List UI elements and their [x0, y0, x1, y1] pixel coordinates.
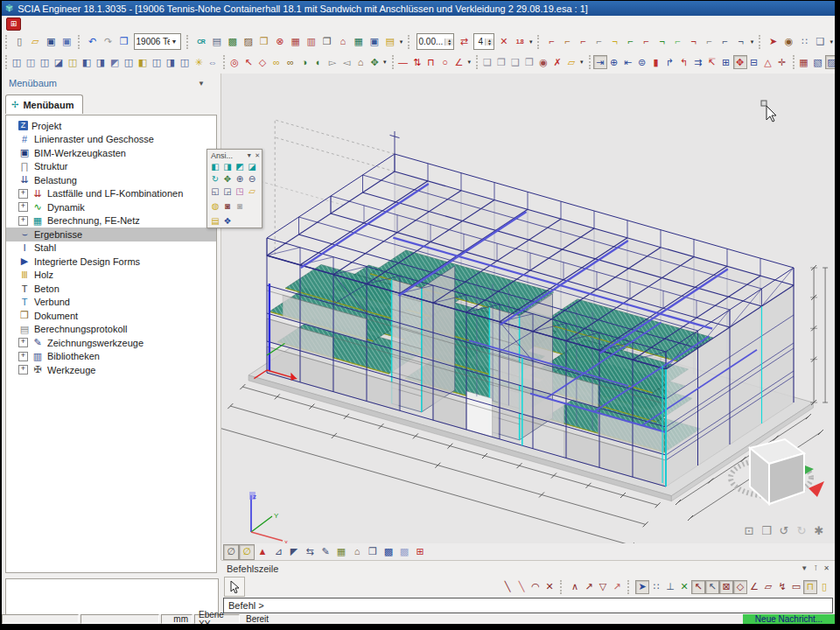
overflow-caret-icon[interactable]: ▾	[580, 59, 584, 66]
zoom-rotate-icon[interactable]: ✥	[221, 173, 234, 186]
unit-indicator[interactable]: mm	[161, 614, 192, 624]
loop-tool-icon[interactable]: ∞	[270, 55, 284, 69]
overflow-caret-icon[interactable]: ▾	[830, 38, 834, 46]
draw-tool-icon[interactable]: ╲	[500, 580, 514, 594]
overflow-caret-icon[interactable]: ▾	[383, 59, 387, 66]
node-tool-icon[interactable]: ✛	[775, 55, 789, 69]
tree-item[interactable]: + ✎ Zeichnungswerkzeuge	[6, 336, 216, 350]
expander-icon[interactable]: +	[18, 338, 28, 347]
column-tool-icon[interactable]: ◫	[38, 55, 52, 69]
tree-item[interactable]: + ▣ BIM-Werkzeugkasten	[6, 146, 216, 160]
cursor-snap-icon[interactable]: ➤	[635, 580, 649, 594]
swap-icon[interactable]: ⇄	[456, 34, 472, 50]
grid-tool-icon[interactable]: ⇔	[206, 55, 220, 69]
tab-menubaum[interactable]: ✢ Menübaum	[5, 94, 83, 114]
misc-tool-icon[interactable]: ◉	[781, 34, 797, 50]
corner-tool-icon[interactable]: ⌐	[718, 34, 733, 50]
viewport-display-icon[interactable]: ▦	[333, 544, 349, 560]
mesh-tool-icon[interactable]: ▧	[811, 55, 825, 69]
node-tool-icon[interactable]: ↸	[705, 55, 719, 69]
toolbar-grip[interactable]	[476, 55, 478, 69]
point-tool-icon[interactable]: ↗	[610, 580, 624, 594]
zoom-rotate-icon[interactable]: ⊕	[234, 173, 246, 186]
mesh-tool-icon[interactable]: ▦	[797, 55, 811, 69]
overflow-caret-icon[interactable]: ▾	[400, 38, 403, 46]
viewport-display-icon[interactable]: ▩	[381, 544, 396, 560]
undo-redo-icon[interactable]: ↶	[85, 34, 101, 50]
expander-icon[interactable]: +	[18, 216, 28, 226]
viewport-display-icon[interactable]: ▲	[255, 544, 270, 560]
pointer-mode-button[interactable]	[224, 577, 245, 597]
column-tool-icon[interactable]: ◪	[52, 55, 66, 69]
line-tool-icon[interactable]: ⊓	[424, 55, 438, 69]
toolbar-grip[interactable]	[759, 35, 762, 49]
toolbar-grip[interactable]	[392, 55, 394, 69]
snap-mode-icon[interactable]: ⊓	[803, 580, 817, 594]
close-icon[interactable]: ✕	[823, 564, 830, 572]
file-toolbar-icon[interactable]: ▣	[43, 34, 59, 50]
tree-item[interactable]: + ▦ Berechnung, FE-Netz	[6, 214, 216, 228]
view-toolbar-icon[interactable]: ⌂	[335, 34, 351, 50]
node-tool-icon[interactable]: △	[761, 55, 775, 69]
nav-tool-icon[interactable]: ↺	[775, 522, 793, 539]
corner-tool-icon[interactable]: ⌐	[576, 34, 592, 50]
overflow-caret-icon[interactable]: ▾	[529, 38, 533, 46]
expander-icon[interactable]: +	[18, 189, 28, 199]
select-tool-icon[interactable]: ◎	[228, 55, 242, 69]
node-tool-icon[interactable]: ⊕	[607, 55, 621, 69]
file-toolbar-icon[interactable]: ▱	[27, 34, 43, 50]
folder-tool-icon[interactable]: ▱	[564, 55, 578, 69]
toolbar-grip[interactable]	[186, 35, 190, 49]
node-tool-icon[interactable]: ⊞	[719, 55, 733, 69]
view-direction-icon[interactable]: ◧	[209, 161, 221, 173]
expander-icon[interactable]: +	[18, 365, 28, 374]
loop-tool-icon[interactable]: ∞	[284, 55, 298, 69]
toolbar-grip[interactable]	[627, 580, 633, 594]
tree-item[interactable]: + ▥ Bibliotheken	[6, 350, 216, 364]
corner-tool-icon[interactable]: ⌐	[639, 34, 654, 50]
new-message-button[interactable]: Neue Nachricht...	[743, 614, 835, 624]
point-tool-icon[interactable]: ∧	[568, 580, 582, 594]
close-icon[interactable]: ✕	[255, 152, 260, 159]
column-tool-icon[interactable]: ◨	[164, 55, 178, 69]
view-toolbar-icon[interactable]: ▩	[225, 34, 241, 50]
view-toolbar-icon[interactable]: ▣	[367, 34, 382, 50]
ansicht-panel-header[interactable]: Ansi... ▼ ✕	[207, 150, 262, 161]
draw-tool-icon[interactable]: ◠	[528, 580, 542, 594]
viewport-display-icon[interactable]: ⊞	[412, 544, 428, 560]
copy-tool-icon[interactable]: ❑	[508, 55, 522, 69]
snap-mode-icon[interactable]: ⊠	[719, 580, 733, 594]
view-toolbar-icon[interactable]: ▥	[304, 34, 319, 50]
toolbar-grip[interactable]	[5, 55, 7, 69]
scale-tool-icon[interactable]: ✕	[496, 34, 512, 50]
column-tool-icon[interactable]: ◩	[108, 55, 122, 69]
snap-mode-icon[interactable]: ▭	[789, 580, 803, 594]
tree-item[interactable]: + ∿ Dynamik	[6, 200, 216, 214]
corner-tool-icon[interactable]: ¬	[654, 34, 670, 50]
column-tool-icon[interactable]: ◫	[178, 55, 192, 69]
line-tool-icon[interactable]: ∠	[452, 55, 466, 69]
render-option-icon[interactable]: ◍	[209, 200, 221, 213]
file-toolbar-icon[interactable]: ▯	[11, 34, 27, 50]
viewport-3d[interactable]: z Y x ⊡❒↺↻✱ ∅∅▲	[221, 74, 835, 560]
view-direction-icon[interactable]: ◨	[221, 161, 234, 173]
node-tool-icon[interactable]: ⊟	[747, 55, 761, 69]
viewport-display-icon[interactable]: ⌂	[349, 544, 365, 560]
modify-tool-icon[interactable]: ◐	[312, 55, 326, 69]
chevron-down-icon[interactable]: ▼	[198, 80, 205, 88]
tree-item[interactable]: + ⌣ Ergebnisse	[6, 228, 216, 242]
view-toolbar-icon[interactable]: ▦	[351, 34, 367, 50]
render-option-icon[interactable]: ◙	[234, 200, 246, 213]
toolbar-grip[interactable]	[223, 55, 225, 69]
select-tool-icon[interactable]: ◇	[256, 55, 270, 69]
chevron-down-icon[interactable]: ▼	[801, 564, 808, 572]
tree-item[interactable]: + ❒ Dokument	[6, 309, 216, 323]
column-tool-icon[interactable]: ◫	[150, 55, 164, 69]
column-tool-icon[interactable]: ◫	[66, 55, 80, 69]
render-option-icon[interactable]: ◙	[221, 200, 234, 213]
snap-mode-icon[interactable]: ◇	[733, 580, 747, 594]
overflow-caret-icon[interactable]: ▾	[751, 38, 754, 46]
visibility-tool-icon[interactable]: ◉	[536, 55, 550, 69]
viewport-display-icon[interactable]: ◤	[286, 544, 302, 560]
view-toolbar-icon[interactable]: ▦	[288, 34, 304, 50]
